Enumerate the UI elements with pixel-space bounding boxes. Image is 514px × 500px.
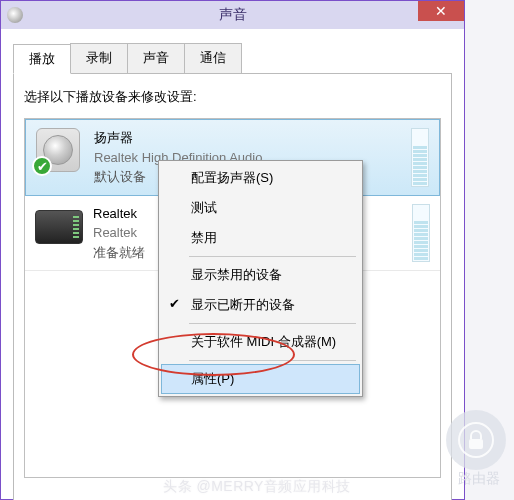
menu-show-disconnected[interactable]: ✔ 显示已断开的设备: [161, 290, 360, 320]
menu-separator: [189, 360, 356, 361]
menu-configure-speakers[interactable]: 配置扬声器(S): [161, 163, 360, 193]
menu-test[interactable]: 测试: [161, 193, 360, 223]
close-icon: ✕: [435, 4, 447, 18]
menu-show-disabled[interactable]: 显示禁用的设备: [161, 260, 360, 290]
default-check-icon: ✔: [32, 156, 52, 176]
instruction-text: 选择以下播放设备来修改设置:: [24, 88, 441, 106]
tab-playback[interactable]: 播放: [13, 44, 71, 74]
close-button[interactable]: ✕: [418, 1, 464, 21]
tab-sounds[interactable]: 声音: [127, 43, 185, 73]
digital-output-icon: [35, 204, 79, 248]
level-meter: [411, 128, 429, 187]
menu-separator: [189, 256, 356, 257]
tab-recording[interactable]: 录制: [70, 43, 128, 73]
device-name: 扬声器: [94, 128, 411, 148]
title-bar: 声音 ✕: [1, 1, 464, 29]
context-menu: 配置扬声器(S) 测试 禁用 显示禁用的设备 ✔ 显示已断开的设备 关于软件 M…: [158, 160, 363, 397]
menu-about-midi[interactable]: 关于软件 MIDI 合成器(M): [161, 327, 360, 357]
menu-disable[interactable]: 禁用: [161, 223, 360, 253]
speaker-icon: ✔: [36, 128, 80, 172]
footer-attribution: 头条 @MERRY音频应用科技: [0, 478, 514, 496]
window-title: 声音: [1, 6, 464, 24]
menu-separator: [189, 323, 356, 324]
watermark-badge: [446, 410, 506, 470]
menu-label: 显示已断开的设备: [191, 297, 295, 312]
level-meter: [412, 204, 430, 263]
tab-strip: 播放 录制 声音 通信: [13, 43, 452, 74]
lock-icon: [458, 422, 494, 458]
menu-properties[interactable]: 属性(P): [161, 364, 360, 394]
tab-communications[interactable]: 通信: [184, 43, 242, 73]
svg-rect-1: [469, 439, 483, 449]
check-icon: ✔: [169, 296, 180, 311]
